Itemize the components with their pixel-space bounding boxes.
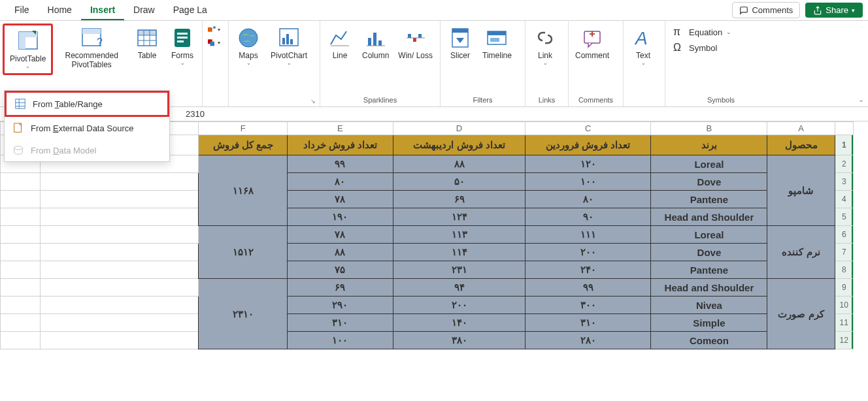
from-table-range-item[interactable]: From Table/Range	[7, 93, 167, 115]
sparkline-winloss-icon	[404, 26, 427, 50]
chevron-down-icon: ⌄	[543, 60, 548, 66]
dialog-launcher-icon[interactable]: ↘	[309, 97, 318, 105]
symbol-button[interactable]: Ω Symbol	[673, 42, 717, 54]
chevron-down-icon: ▾	[852, 7, 855, 14]
svg-rect-26	[290, 39, 293, 44]
svg-rect-37	[452, 29, 468, 33]
svg-rect-24	[282, 38, 285, 44]
svg-rect-13	[177, 33, 188, 35]
svg-text:A: A	[634, 28, 648, 48]
equation-icon: π	[673, 26, 685, 38]
pivot-table-icon	[16, 29, 40, 53]
svg-text:▾: ▾	[218, 40, 220, 46]
table-button[interactable]: Table	[130, 24, 164, 63]
table-row: ۱۹۰ ۱۲۴ ۹۰ Head and Shoulder 5	[1, 208, 854, 226]
link-button[interactable]: Link ⌄	[528, 24, 562, 69]
group-symbols-label: Symbols	[668, 95, 774, 105]
from-external-item[interactable]: From External Data Source	[5, 117, 169, 139]
svg-rect-34	[418, 34, 422, 38]
menu-bar: File Home Insert Draw Page La Comments S…	[0, 0, 868, 21]
svg-rect-39	[488, 31, 506, 35]
table-row: ۷۵ ۲۳۱ ۲۴۰ Pantene 8	[1, 261, 854, 279]
table-icon	[135, 26, 159, 50]
chevron-down-icon: ⌄	[641, 60, 646, 66]
chevron-down-icon: ⌄	[726, 29, 731, 35]
addins-icon[interactable]: ▾	[208, 26, 221, 35]
comments-button[interactable]: Comments	[732, 2, 800, 18]
slicer-button[interactable]: Slicer	[443, 24, 477, 63]
chevron-down-icon: ⌄	[246, 60, 251, 66]
table-range-icon	[14, 98, 26, 110]
addins-icon-2[interactable]: ▾	[208, 39, 221, 48]
svg-rect-40	[490, 38, 499, 42]
slicer-icon	[448, 26, 472, 50]
comment-bubble-icon	[739, 6, 748, 15]
sparkline-winloss-button[interactable]: Win/ Loss	[394, 24, 437, 63]
link-icon	[533, 26, 557, 50]
sparkline-column-button[interactable]: Column	[358, 24, 393, 63]
svg-rect-17	[213, 26, 215, 28]
pivot-table-dropdown: From Table/Range From External Data Sour…	[4, 90, 170, 162]
menu-insert[interactable]: Insert	[81, 1, 124, 20]
svg-rect-29	[373, 33, 376, 46]
svg-text:?: ?	[97, 37, 103, 48]
group-filters-label: Filters	[443, 95, 522, 105]
svg-rect-15	[177, 40, 184, 42]
table-row: ۸۸ ۱۱۴ ۲۰۰ Dove 7	[1, 244, 854, 261]
chevron-down-icon: ⌄	[25, 63, 30, 69]
menu-home[interactable]: Home	[39, 1, 81, 20]
forms-icon	[171, 26, 194, 50]
sparkline-column-icon	[364, 26, 388, 50]
svg-rect-16	[208, 27, 212, 32]
comment-button[interactable]: Comment	[571, 24, 613, 63]
table-row: ۱۵۱۲ ۷۸ ۱۱۳ ۱۱۱ Loreal نرم کننده 6	[1, 226, 854, 244]
recommended-pivot-icon: ?	[80, 26, 103, 50]
forms-button[interactable]: Forms ⌄	[165, 24, 199, 69]
svg-rect-45	[16, 99, 25, 108]
table-row: ۳۱۰ ۱۴۰ ۳۱۰ Simple 11	[1, 314, 854, 332]
menu-draw[interactable]: Draw	[124, 1, 164, 20]
data-model-icon	[12, 144, 24, 156]
svg-text:▾: ▾	[218, 27, 220, 33]
sparkline-line-button[interactable]: Line	[323, 24, 357, 63]
svg-rect-14	[177, 37, 188, 39]
worksheet[interactable]: N F E D C B A جمع کل فروش تعداد فروش خرد…	[0, 121, 868, 401]
text-icon: A	[631, 26, 655, 50]
table-row: ۱۰۰ ۳۸۰ ۲۸۰ Comeon 12	[1, 332, 854, 349]
sparkline-line-icon	[328, 26, 352, 50]
symbol-icon: Ω	[673, 42, 685, 54]
svg-rect-33	[413, 38, 416, 42]
chevron-down-icon: ⌄	[180, 60, 185, 66]
pivot-table-button[interactable]: PivotTable ⌄	[6, 27, 50, 72]
svg-point-50	[14, 146, 23, 150]
table-row: ۲۹۰ ۲۰۰ ۳۰۰ Nivea 10	[1, 297, 854, 314]
svg-rect-4	[82, 29, 101, 34]
group-links-label: Links	[528, 95, 565, 105]
equation-button[interactable]: π Equation ⌄	[673, 26, 731, 38]
globe-icon	[237, 26, 260, 50]
chevron-down-icon: ⌄	[287, 60, 292, 66]
menu-file[interactable]: File	[5, 1, 39, 20]
text-button[interactable]: A Text ⌄	[626, 24, 660, 69]
share-button[interactable]: Share ▾	[805, 3, 863, 18]
group-comments-label: Comments	[571, 95, 620, 105]
svg-rect-11	[138, 30, 156, 35]
ribbon-collapse-icon[interactable]: ⌄	[858, 94, 864, 104]
maps-button[interactable]: Maps ⌄	[231, 24, 265, 69]
pivot-chart-icon	[277, 26, 301, 50]
table-row: ۲۳۱۰ ۶۹ ۹۴ ۹۹ Head and Shoulder کرم صورت…	[1, 279, 854, 297]
table-row: ۸۰ ۵۰ ۱۰۰ Dove 3	[1, 173, 854, 191]
svg-rect-20	[210, 42, 214, 46]
table-row: ۷۸ ۶۹ ۸۰ Pantene 4	[1, 191, 854, 208]
menu-pagelayout[interactable]: Page La	[164, 1, 216, 20]
pivot-chart-button[interactable]: PivotChart ⌄	[267, 24, 311, 69]
svg-rect-28	[368, 38, 371, 46]
recommended-pivot-button[interactable]: ? Recommended PivotTables	[54, 24, 129, 72]
svg-rect-25	[286, 34, 289, 44]
svg-rect-30	[378, 40, 382, 46]
group-sparklines-label: Sparklines	[323, 95, 437, 105]
timeline-button[interactable]: Timeline	[478, 24, 516, 63]
from-data-model-item: From Data Model	[5, 139, 169, 161]
share-icon	[813, 6, 822, 15]
external-data-icon	[12, 122, 24, 134]
